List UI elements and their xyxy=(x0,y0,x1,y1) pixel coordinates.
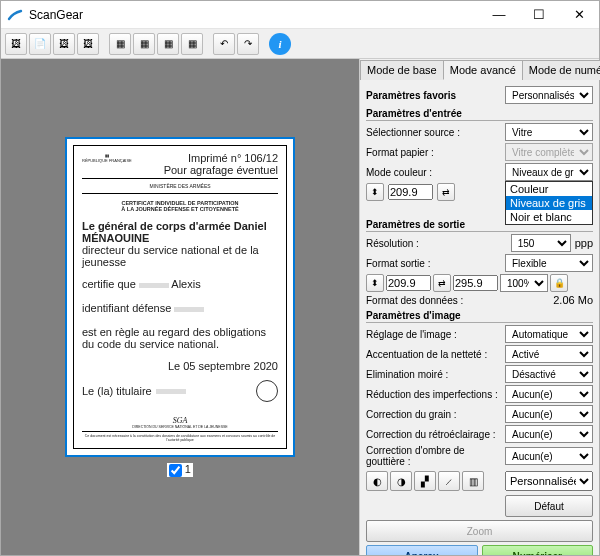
link-icon[interactable]: ⇄ xyxy=(437,183,455,201)
app-window: ScanGear — ☐ ✕ 🖼 📄 🖼 🖼 ▦ ▦ ▦ ▦ ↶ ↷ i ▮▮R… xyxy=(0,0,600,556)
grain-select[interactable]: Aucun(e) xyxy=(505,405,593,423)
preview-area: ▮▮RÉPUBLIQUE FRANÇAISEImprimé n° 106/12P… xyxy=(1,59,359,555)
tab-basic[interactable]: Mode de base xyxy=(360,60,444,80)
image-adjust-select[interactable]: Automatique xyxy=(505,325,593,343)
toolbar: 🖼 📄 🖼 🖼 ▦ ▦ ▦ ▦ ↶ ↷ i xyxy=(1,29,599,59)
rotate-left-icon[interactable]: ↶ xyxy=(213,33,235,55)
input-width[interactable] xyxy=(388,184,433,200)
side-panel: Mode de base Mode avancé Mode de numéris… xyxy=(359,59,599,555)
paper-select[interactable]: Vitre complète xyxy=(505,143,593,161)
thumb-landscape-icon[interactable]: 🖼 xyxy=(77,33,99,55)
curve-icon[interactable]: ⟋ xyxy=(438,471,460,491)
color-option-color[interactable]: Couleur xyxy=(506,182,592,196)
page-selector[interactable]: 1 xyxy=(167,463,193,477)
color-mode-select[interactable]: Niveaux de gris xyxy=(505,163,593,181)
color-option-bw[interactable]: Noir et blanc xyxy=(506,210,592,224)
minimize-button[interactable]: — xyxy=(479,1,519,29)
resolution-select[interactable]: 150 xyxy=(511,234,571,252)
color-option-gray[interactable]: Niveaux de gris xyxy=(506,196,592,210)
source-select[interactable]: Vitre xyxy=(505,123,593,141)
histogram-icon[interactable]: ▞ xyxy=(414,471,436,491)
mode-tabs: Mode de base Mode avancé Mode de numéris… xyxy=(360,59,599,80)
crop-full-icon[interactable]: ▦ xyxy=(109,33,131,55)
scanned-document: ▮▮RÉPUBLIQUE FRANÇAISEImprimé n° 106/12P… xyxy=(73,145,287,449)
close-button[interactable]: ✕ xyxy=(559,1,599,29)
rotate-right-icon[interactable]: ↷ xyxy=(237,33,259,55)
crop-remove-icon[interactable]: ▦ xyxy=(157,33,179,55)
crop-clear-icon[interactable]: ▦ xyxy=(181,33,203,55)
orientation-icon[interactable]: ⬍ xyxy=(366,183,384,201)
maximize-button[interactable]: ☐ xyxy=(519,1,559,29)
lock-icon[interactable]: 🔒 xyxy=(550,274,568,292)
crop-auto-icon[interactable]: ▦ xyxy=(133,33,155,55)
thumb-color-icon[interactable]: 🖼 xyxy=(53,33,75,55)
output-width[interactable] xyxy=(386,275,431,291)
default-button[interactable]: Défaut xyxy=(505,495,593,517)
tab-auto[interactable]: Mode de numérisation automatique xyxy=(522,60,600,80)
info-icon[interactable]: i xyxy=(269,33,291,55)
app-icon xyxy=(7,7,23,23)
output-format-select[interactable]: Flexible xyxy=(505,254,593,272)
color-mode-dropdown: Couleur Niveaux de gris Noir et blanc xyxy=(505,181,593,225)
image-section: Paramètres d'image xyxy=(366,310,593,323)
output-height[interactable] xyxy=(453,275,498,291)
levels-icon[interactable]: ▥ xyxy=(462,471,484,491)
scan-button[interactable]: Numériser xyxy=(482,545,594,555)
titlebar: ScanGear — ☐ ✕ xyxy=(1,1,599,29)
input-section: Paramètres d'entrée xyxy=(366,108,593,121)
preview-button[interactable]: Aperçu xyxy=(366,545,478,555)
orient-out-icon[interactable]: ⬍ xyxy=(366,274,384,292)
adjust-toolbar: ◐ ◑ ▞ ⟋ ▥ Personnalisée xyxy=(366,471,593,491)
adjust-preset-select[interactable]: Personnalisée xyxy=(505,471,593,491)
moire-select[interactable]: Désactivé xyxy=(505,365,593,383)
backlight-select[interactable]: Aucun(e) xyxy=(505,425,593,443)
dust-select[interactable]: Aucun(e) xyxy=(505,385,593,403)
sharpen-select[interactable]: Activé xyxy=(505,345,593,363)
link-out-icon[interactable]: ⇄ xyxy=(433,274,451,292)
gutter-select[interactable]: Aucun(e) xyxy=(505,447,593,465)
brightness-icon[interactable]: ◐ xyxy=(366,471,388,491)
favorites-select[interactable]: Personnalisés xyxy=(505,86,593,104)
scale-select[interactable]: 100% xyxy=(500,274,548,292)
tab-advanced[interactable]: Mode avancé xyxy=(443,60,523,80)
favorites-label: Paramètres favoris xyxy=(366,90,501,101)
preview-page[interactable]: ▮▮RÉPUBLIQUE FRANÇAISEImprimé n° 106/12P… xyxy=(65,137,295,457)
window-title: ScanGear xyxy=(29,8,479,22)
zoom-button[interactable]: Zoom xyxy=(366,520,593,542)
contrast-icon[interactable]: ◑ xyxy=(390,471,412,491)
data-size: 2.06 Mo xyxy=(553,294,593,306)
thumb-doc-icon[interactable]: 📄 xyxy=(29,33,51,55)
thumb-photo-icon[interactable]: 🖼 xyxy=(5,33,27,55)
